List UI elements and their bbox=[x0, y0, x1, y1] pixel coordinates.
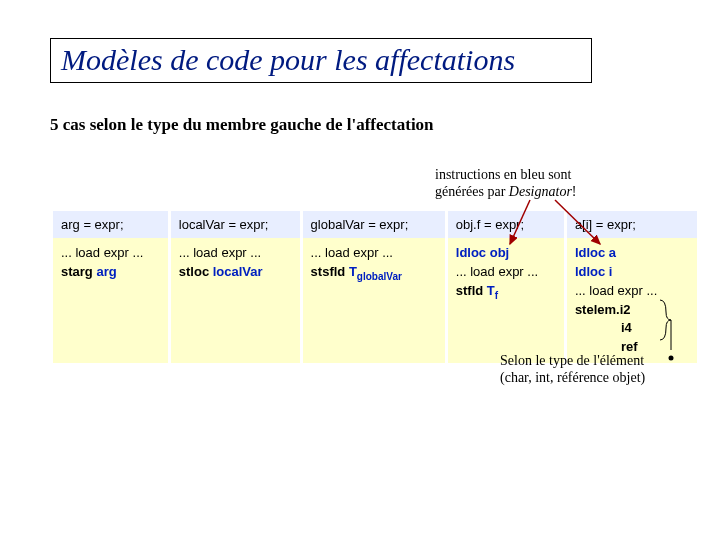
ldloc-a-arg: a bbox=[609, 245, 616, 260]
load-expr: ... load expr ... bbox=[311, 245, 393, 260]
table-body-row: ... load expr ... starg arg ... load exp… bbox=[53, 238, 697, 363]
code-patterns-table: arg = expr; localVar = expr; globalVar =… bbox=[50, 211, 700, 363]
slide-title: Modèles de code pour les affectations bbox=[50, 38, 592, 83]
footnote-line1: Selon le type de l'élément bbox=[500, 353, 644, 368]
ldloc-obj-op: ldloc bbox=[456, 245, 490, 260]
cell-arg: ... load expr ... starg arg bbox=[53, 238, 168, 363]
stelem-i4: i4 bbox=[575, 320, 632, 335]
note-line2c: ! bbox=[572, 184, 577, 199]
stelem-i2: i2 bbox=[620, 302, 631, 317]
slide-subtitle: 5 cas selon le type du membre gauche de … bbox=[50, 115, 434, 135]
note-designator: Designator bbox=[509, 184, 572, 199]
cell-globalvar: ... load expr ... stsfld TglobalVar bbox=[303, 238, 445, 363]
stfld-op: stfld bbox=[456, 283, 487, 298]
load-expr: ... load expr ... bbox=[575, 283, 657, 298]
load-expr: ... load expr ... bbox=[179, 245, 261, 260]
stsfld-op: stsfld bbox=[311, 264, 349, 279]
note-blue-instructions: instructions en bleu sont générées par D… bbox=[435, 167, 695, 201]
hdr-ai: a[i] = expr; bbox=[567, 211, 697, 238]
stelem-ref: ref bbox=[575, 339, 638, 354]
hdr-localvar: localVar = expr; bbox=[171, 211, 300, 238]
table-header-row: arg = expr; localVar = expr; globalVar =… bbox=[53, 211, 697, 238]
ldloc-obj-arg: obj bbox=[490, 245, 510, 260]
stloc-arg: localVar bbox=[213, 264, 263, 279]
ldloc-i-arg: i bbox=[609, 264, 613, 279]
stelem-op: stelem. bbox=[575, 302, 620, 317]
starg-arg: arg bbox=[96, 264, 116, 279]
cell-objf: ldloc obj ... load expr ... stfld Tf bbox=[448, 238, 564, 363]
load-expr: ... load expr ... bbox=[61, 245, 143, 260]
footnote-line2: (char, int, référence objet) bbox=[500, 370, 645, 385]
hdr-globalvar: globalVar = expr; bbox=[303, 211, 445, 238]
stsfld-sub: globalVar bbox=[357, 270, 402, 281]
load-expr: ... load expr ... bbox=[456, 264, 538, 279]
stfld-sub: f bbox=[495, 289, 498, 300]
footnote-type: Selon le type de l'élément (char, int, r… bbox=[500, 353, 710, 387]
note-line2a: générées par bbox=[435, 184, 509, 199]
stfld-T: T bbox=[487, 283, 495, 298]
note-line1: instructions en bleu sont bbox=[435, 167, 572, 182]
stsfld-T: T bbox=[349, 264, 357, 279]
hdr-objf: obj.f = expr; bbox=[448, 211, 564, 238]
ldloc-a-op: ldloc bbox=[575, 245, 609, 260]
ldloc-i-op: ldloc bbox=[575, 264, 609, 279]
slide: Modèles de code pour les affectations 5 … bbox=[0, 0, 720, 540]
hdr-arg: arg = expr; bbox=[53, 211, 168, 238]
starg-op: starg bbox=[61, 264, 96, 279]
stloc-op: stloc bbox=[179, 264, 213, 279]
cell-localvar: ... load expr ... stloc localVar bbox=[171, 238, 300, 363]
cell-ai: ldloc a ldloc i ... load expr ... stelem… bbox=[567, 238, 697, 363]
